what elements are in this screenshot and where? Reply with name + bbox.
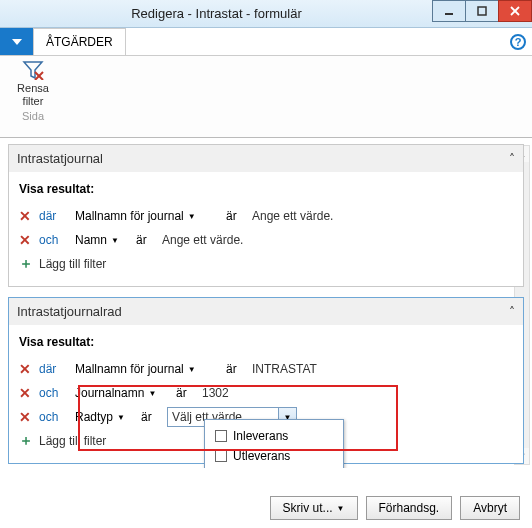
maximize-button[interactable] [465, 0, 499, 22]
conjunction[interactable]: och [39, 233, 69, 247]
funnel-icon [22, 60, 44, 80]
conjunction[interactable]: och [39, 410, 69, 424]
filter-value[interactable]: INTRASTAT [252, 362, 317, 376]
panel-intrastatjournalrad: Intrastatjournalrad ˄ Visa resultat: ✕ d… [8, 297, 524, 464]
operator-selector[interactable]: är [176, 386, 196, 400]
window-title: Redigera - Intrastat - formulär [0, 6, 433, 21]
operator-selector[interactable]: är [136, 233, 156, 247]
tab-actions[interactable]: ÅTGÄRDER [33, 28, 126, 55]
chevron-up-icon: ˄ [509, 305, 515, 319]
operator-selector[interactable]: är [141, 410, 161, 424]
clear-filter-label2: filter [8, 95, 58, 108]
chevron-down-icon: ▼ [188, 212, 196, 221]
combobox-dropdown[interactable]: Inleverans Utleverans [204, 419, 344, 468]
remove-filter-icon[interactable]: ✕ [19, 385, 33, 401]
close-button[interactable] [498, 0, 532, 22]
filter-row: ✕ och Journalnamn▼ är 1302 [19, 381, 513, 405]
filter-row: ✕ och Namn▼ är Ange ett värde. [19, 228, 513, 252]
add-filter-row[interactable]: ＋ Lägg till filter [19, 252, 513, 276]
checkbox-icon [215, 430, 227, 442]
add-filter-label: Lägg till filter [39, 257, 106, 271]
content-area: Intrastatjournal ˄ Visa resultat: ✕ där … [0, 138, 532, 468]
field-selector[interactable]: Journalnamn▼ [75, 386, 170, 400]
print-button[interactable]: Skriv ut... ▼ [270, 496, 358, 520]
operator-selector[interactable]: är [226, 362, 246, 376]
help-icon: ? [510, 34, 526, 50]
ribbon-group-label: Sida [8, 110, 58, 122]
panel-intrastatjournal: Intrastatjournal ˄ Visa resultat: ✕ där … [8, 144, 524, 287]
remove-filter-icon[interactable]: ✕ [19, 409, 33, 425]
option-label: Inleverans [233, 429, 288, 443]
option-label: Utleverans [233, 449, 290, 463]
field-selector[interactable]: Mallnamn för journal▼ [75, 362, 220, 376]
remove-filter-icon[interactable]: ✕ [19, 361, 33, 377]
button-label: Förhandsg. [379, 501, 440, 515]
option-utleverans[interactable]: Utleverans [215, 446, 333, 466]
option-inleverans[interactable]: Inleverans [215, 426, 333, 446]
plus-icon: ＋ [19, 432, 33, 450]
preview-button[interactable]: Förhandsg. [366, 496, 453, 520]
filter-value[interactable]: Ange ett värde. [252, 209, 333, 223]
menu-bar: ÅTGÄRDER ? [0, 28, 532, 56]
chevron-down-icon: ▼ [111, 236, 119, 245]
plus-icon: ＋ [19, 255, 33, 273]
operator-selector[interactable]: är [226, 209, 246, 223]
remove-filter-icon[interactable]: ✕ [19, 208, 33, 224]
clear-filter-button[interactable]: Rensa filter Sida [8, 60, 58, 122]
svg-rect-1 [478, 7, 486, 15]
field-selector[interactable]: Mallnamn för journal▼ [75, 209, 220, 223]
chevron-down-icon: ▼ [148, 389, 156, 398]
filter-row: ✕ där Mallnamn för journal▼ är INTRASTAT [19, 357, 513, 381]
title-bar: Redigera - Intrastat - formulär [0, 0, 532, 28]
svg-marker-4 [12, 39, 22, 45]
remove-filter-icon[interactable]: ✕ [19, 232, 33, 248]
dialog-footer: Skriv ut... ▼ Förhandsg. Avbryt [270, 496, 520, 520]
minimize-button[interactable] [432, 0, 466, 22]
panel-title: Intrastatjournal [17, 151, 103, 166]
add-filter-label: Lägg till filter [39, 434, 106, 448]
chevron-down-icon: ▼ [117, 413, 125, 422]
field-selector[interactable]: Namn▼ [75, 233, 130, 247]
cancel-button[interactable]: Avbryt [460, 496, 520, 520]
panel-header-intrastatjournal[interactable]: Intrastatjournal ˄ [9, 145, 523, 172]
ribbon: Rensa filter Sida [0, 56, 532, 138]
panel-header-intrastatjournalrad[interactable]: Intrastatjournalrad ˄ [9, 298, 523, 325]
panel-title: Intrastatjournalrad [17, 304, 122, 319]
show-result-label: Visa resultat: [19, 335, 513, 349]
clear-filter-label1: Rensa [8, 82, 58, 95]
help-button[interactable]: ? [504, 28, 532, 55]
field-selector[interactable]: Radtyp▼ [75, 410, 135, 424]
chevron-up-icon: ˄ [509, 152, 515, 166]
conjunction[interactable]: och [39, 386, 69, 400]
chevron-down-icon: ▼ [337, 504, 345, 513]
conjunction[interactable]: där [39, 362, 69, 376]
checkbox-icon [215, 450, 227, 462]
filter-value[interactable]: 1302 [202, 386, 229, 400]
chevron-down-icon: ▼ [188, 365, 196, 374]
filter-row: ✕ där Mallnamn för journal▼ är Ange ett … [19, 204, 513, 228]
conjunction[interactable]: där [39, 209, 69, 223]
button-label: Avbryt [473, 501, 507, 515]
filter-value[interactable]: Ange ett värde. [162, 233, 243, 247]
file-menu-button[interactable] [0, 28, 34, 55]
show-result-label: Visa resultat: [19, 182, 513, 196]
button-label: Skriv ut... [283, 501, 333, 515]
